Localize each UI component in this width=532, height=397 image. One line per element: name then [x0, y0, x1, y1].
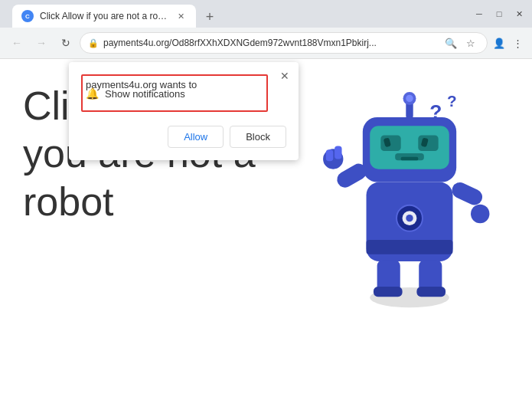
active-tab[interactable]: C Click Allow if you are not a robot ✕	[12, 5, 196, 28]
svg-rect-26	[335, 146, 341, 159]
forward-button[interactable]: →	[31, 32, 52, 54]
refresh-button[interactable]: ↻	[55, 32, 77, 54]
toolbar-icons: 👤 ⋮	[491, 34, 526, 51]
allow-button[interactable]: Allow	[168, 126, 224, 148]
svg-text:?: ?	[429, 100, 442, 123]
maximize-button[interactable]: □	[492, 7, 506, 21]
bell-icon: 🔔	[86, 87, 99, 100]
robot-illustration: ? ?	[318, 67, 501, 312]
svg-point-28	[471, 205, 489, 223]
notification-row: 🔔 Show notifications	[86, 87, 263, 100]
address-bar-icons: 🔍 ☆	[442, 34, 479, 51]
close-button[interactable]: ✕	[512, 7, 526, 21]
url-text: payments4u.org/Od88rfXXhXDXNGdem972wvnt1…	[103, 38, 438, 48]
popup-buttons: Allow Block	[81, 126, 286, 148]
notification-popup: ✕ payments4u.org wants to 🔔 Show notific…	[69, 62, 299, 160]
address-bar-row: ← → ↻ 🔒 payments4u.org/Od88rfXXhXDXNGdem…	[0, 28, 532, 58]
svg-rect-19	[401, 157, 419, 161]
back-button[interactable]: ←	[6, 32, 28, 54]
popup-header: payments4u.org wants to 🔔 Show notificat…	[81, 74, 268, 112]
tab-title: Click Allow if you are not a robot	[40, 11, 168, 21]
svg-point-22	[406, 95, 413, 102]
tab-close-btn[interactable]: ✕	[175, 10, 187, 22]
search-lens-icon[interactable]: 🔍	[442, 34, 459, 51]
svg-point-7	[406, 215, 413, 221]
svg-rect-27	[449, 180, 485, 208]
svg-rect-15	[418, 135, 438, 151]
svg-text:C: C	[25, 13, 30, 20]
block-button[interactable]: Block	[230, 126, 286, 148]
notification-text: Show notifications	[105, 88, 185, 100]
tab-favicon: C	[21, 10, 34, 22]
profile-icon[interactable]: 👤	[491, 34, 508, 51]
window-controls: ─ □ ✕	[472, 7, 526, 21]
address-bar[interactable]: 🔒 payments4u.org/Od88rfXXhXDXNGdem972wvn…	[80, 32, 488, 54]
new-tab-button[interactable]: +	[199, 6, 220, 28]
menu-icon[interactable]: ⋮	[509, 34, 526, 51]
svg-rect-14	[380, 135, 400, 151]
main-text-line3: robot	[23, 178, 256, 225]
page-content: ✕ payments4u.org wants to 🔔 Show notific…	[0, 59, 532, 370]
minimize-button[interactable]: ─	[472, 7, 486, 21]
svg-rect-11	[416, 287, 446, 297]
svg-rect-4	[367, 240, 453, 254]
svg-rect-10	[374, 287, 403, 297]
popup-close-button[interactable]: ✕	[277, 68, 292, 84]
svg-rect-25	[326, 149, 333, 161]
svg-text:?: ?	[447, 92, 457, 110]
lock-icon: 🔒	[88, 38, 99, 48]
browser-chrome: C Click Allow if you are not a robot ✕ +…	[0, 0, 532, 59]
bookmark-icon[interactable]: ☆	[462, 34, 479, 51]
title-bar: C Click Allow if you are not a robot ✕ +…	[0, 0, 532, 28]
